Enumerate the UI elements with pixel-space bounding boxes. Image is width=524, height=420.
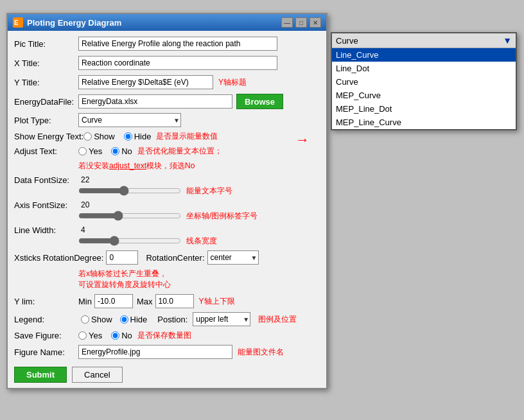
- adjust-text-annotation1: 是否优化能量文本位置；: [137, 146, 222, 157]
- adjust-text-row: Adjust Text: Yes No 是否优化能量文本位置；: [14, 146, 320, 157]
- figure-name-input[interactable]: [78, 345, 232, 359]
- legend-label: Legend:: [14, 315, 78, 324]
- save-figure-group: Yes No: [78, 331, 132, 340]
- dialog-title: Ploting Energy Diagram: [27, 18, 121, 28]
- pic-title-label: Pic Title:: [14, 39, 78, 49]
- ylim-annotation: Y轴上下限: [199, 296, 235, 307]
- adjust-text-annotation2-row: 若没安装adjust_text模块，须选No: [78, 161, 320, 171]
- svg-text:E: E: [14, 19, 19, 26]
- plot-type-row: Plot Type: Curve Line_Curve Line_Dot MEP…: [14, 113, 320, 127]
- dropdown-item-2[interactable]: Curve: [332, 75, 516, 89]
- legend-annotation: 图例及位置: [258, 314, 297, 325]
- dialog-body: Pic Title: X Title: Y Title: Y轴标题 Energy…: [8, 31, 326, 388]
- data-fontsize-slider[interactable]: [78, 185, 181, 197]
- axis-fontsize-value: 20: [81, 200, 89, 209]
- x-title-row: X Title:: [14, 55, 320, 71]
- dropdown-popup: Curve ▼ Line_Curve Line_Dot Curve MEP_Cu…: [331, 32, 517, 130]
- title-bar-controls: — □ ✕: [281, 17, 321, 28]
- rotation-center-label: RotationCenter:: [146, 253, 204, 263]
- dropdown-arrow-icon: ▼: [503, 35, 512, 46]
- axis-fontsize-row: Axis FontSize: 20 坐标轴/图例标签字号: [14, 200, 320, 222]
- line-width-label: Line Width:: [14, 225, 78, 235]
- arrow-indicator: →: [295, 132, 310, 148]
- axis-fontsize-label: Axis FontSize:: [14, 200, 78, 210]
- title-bar-left: E Ploting Energy Diagram: [13, 17, 121, 28]
- adjust-text-module: adjust_text: [109, 161, 146, 170]
- xsticks-input[interactable]: [106, 250, 138, 265]
- y-title-input[interactable]: [78, 75, 213, 89]
- save-figure-annotation: 是否保存数量图: [137, 330, 191, 341]
- ylim-max-input[interactable]: [155, 294, 194, 308]
- y-title-annotation: Y轴标题: [218, 77, 247, 88]
- energy-data-input[interactable]: [78, 94, 232, 109]
- dropdown-item-4[interactable]: MEP_Line_Dot: [332, 102, 516, 116]
- line-width-slider-row: 线条宽度: [78, 235, 320, 247]
- pic-title-row: Pic Title:: [14, 36, 320, 51]
- data-fontsize-value: 22: [81, 175, 89, 184]
- ylim-min-input[interactable]: [94, 294, 133, 308]
- rotation-center-container: center left right ▼: [207, 250, 259, 265]
- adjust-text-label: Adjust Text:: [14, 146, 78, 156]
- show-energy-label: Show Energy Text:: [14, 132, 83, 141]
- dropdown-item-5[interactable]: MEP_Line_Curve: [332, 116, 516, 129]
- legend-row: Legend: Show Hide Postion: upper left up…: [14, 312, 320, 326]
- legend-hide[interactable]: Hide: [120, 315, 148, 324]
- show-energy-row: Show Energy Text: Show Hide 是否显示能量数值: [14, 131, 320, 142]
- xsticks-annotation-row: 若x轴标签过长产生重叠，可设置旋转角度及旋转中心: [78, 268, 320, 290]
- axis-fontsize-slider-row: 坐标轴/图例标签字号: [78, 210, 320, 222]
- close-button[interactable]: ✕: [310, 17, 321, 28]
- save-figure-no[interactable]: No: [111, 331, 132, 340]
- plot-type-container: Curve Line_Curve Line_Dot MEP_Curve MEP_…: [78, 113, 181, 127]
- figure-name-annotation: 能量图文件名: [238, 347, 284, 358]
- energy-data-row: EnergyDataFile: Browse: [14, 94, 320, 109]
- data-fontsize-label: Data FontSize:: [14, 175, 78, 185]
- pic-title-input[interactable]: [78, 37, 277, 51]
- submit-button[interactable]: Submit: [14, 367, 67, 383]
- energy-data-label: EnergyDataFile:: [14, 97, 78, 107]
- axis-fontsize-slider[interactable]: [78, 210, 181, 222]
- main-dialog: E Ploting Energy Diagram — □ ✕ Pic Title…: [6, 13, 328, 389]
- xsticks-label: Xsticks RotationDegree:: [14, 253, 103, 263]
- plot-type-select[interactable]: Curve Line_Curve Line_Dot MEP_Curve MEP_…: [78, 113, 181, 127]
- line-width-value: 4: [81, 225, 85, 234]
- line-width-label-row: Line Width: 4: [14, 225, 320, 235]
- data-fontsize-annotation: 能量文本字号: [186, 186, 232, 197]
- show-energy-group: Show Hide: [83, 132, 151, 141]
- ylim-row: Y lim: Min Max Y轴上下限: [14, 294, 320, 308]
- browse-button[interactable]: Browse: [236, 94, 283, 109]
- data-fontsize-slider-row: 能量文本字号: [78, 185, 320, 197]
- legend-position-select[interactable]: upper left upper right lower left lower …: [193, 312, 250, 326]
- maximize-button[interactable]: □: [295, 17, 307, 28]
- show-energy-hide[interactable]: Hide: [124, 132, 152, 141]
- save-figure-row: Save Figure: Yes No 是否保存数量图: [14, 330, 320, 341]
- line-width-annotation: 线条宽度: [186, 236, 217, 247]
- axis-fontsize-annotation: 坐标轴/图例标签字号: [186, 211, 258, 222]
- cancel-button[interactable]: Cancel: [72, 367, 122, 383]
- save-figure-yes[interactable]: Yes: [78, 331, 102, 340]
- data-fontsize-row: Data FontSize: 22 能量文本字号: [14, 175, 320, 197]
- adjust-text-no[interactable]: No: [111, 146, 132, 156]
- figure-name-label: Figure Name:: [14, 347, 78, 357]
- dropdown-item-1[interactable]: Line_Dot: [332, 62, 516, 75]
- dropdown-item-0[interactable]: Line_Curve: [332, 48, 516, 62]
- adjust-text-yes[interactable]: Yes: [78, 146, 102, 156]
- ylim-label: Y lim:: [14, 297, 78, 306]
- data-fontsize-label-row: Data FontSize: 22: [14, 175, 320, 185]
- xsticks-row: Xsticks RotationDegree: RotationCenter: …: [14, 250, 320, 265]
- minimize-button[interactable]: —: [281, 17, 293, 28]
- ylim-max-label: Max: [137, 297, 153, 306]
- show-energy-show[interactable]: Show: [83, 132, 115, 141]
- app-icon: E: [13, 17, 23, 28]
- x-title-input[interactable]: [78, 56, 277, 70]
- dropdown-item-3[interactable]: MEP_Curve: [332, 89, 516, 102]
- dropdown-header-title: Curve: [336, 36, 358, 46]
- save-figure-label: Save Figure:: [14, 331, 78, 340]
- dropdown-header[interactable]: Curve ▼: [332, 33, 516, 48]
- line-width-slider[interactable]: [78, 235, 181, 247]
- legend-show[interactable]: Show: [81, 315, 112, 324]
- title-bar[interactable]: E Ploting Energy Diagram — □ ✕: [8, 14, 326, 31]
- line-width-row: Line Width: 4 线条宽度: [14, 225, 320, 247]
- axis-fontsize-label-row: Axis FontSize: 20: [14, 200, 320, 210]
- show-energy-annotation: 是否显示能量数值: [156, 131, 218, 142]
- rotation-center-select[interactable]: center left right: [207, 250, 259, 265]
